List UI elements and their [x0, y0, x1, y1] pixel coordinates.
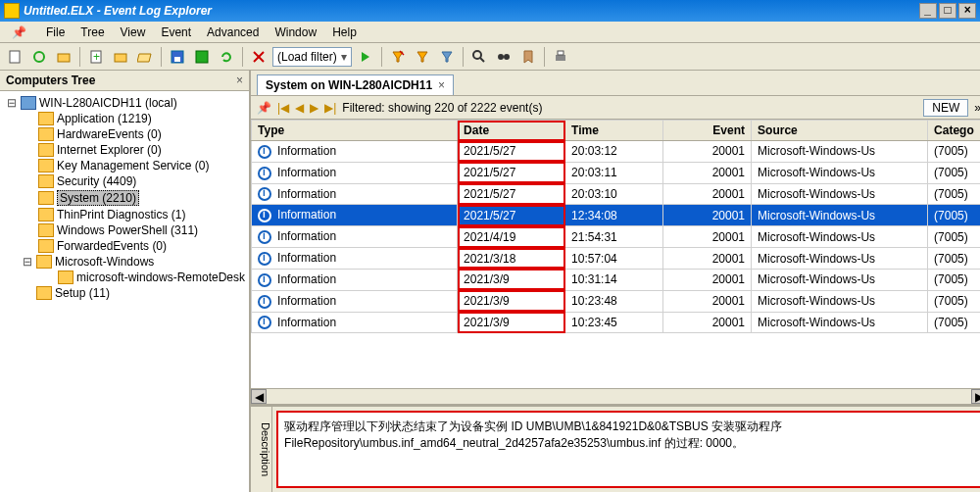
table-row[interactable]: Information2021/5/2720:03:1120001Microso… [252, 162, 980, 183]
tree-body[interactable]: ⊟ WIN-L280AICDH11 (local) Application (1… [0, 91, 249, 492]
horizontal-scrollbar[interactable]: ◀ ▶ [251, 388, 980, 404]
folder-icon [38, 208, 54, 221]
table-header-row: Type Date Time Event Source Catego [252, 121, 980, 141]
menu-event[interactable]: Event [153, 23, 199, 42]
folder-icon[interactable] [110, 46, 131, 68]
tree-label: ForwardedEvents (0) [57, 239, 167, 253]
tree-node[interactable]: Windows PowerShell (311) [2, 222, 247, 238]
cell-event: 20001 [663, 205, 752, 226]
information-icon [258, 252, 271, 266]
col-event[interactable]: Event [663, 121, 752, 141]
menu-help[interactable]: Help [324, 23, 365, 42]
col-date[interactable]: Date [458, 121, 565, 141]
new-doc-icon[interactable] [4, 46, 25, 68]
go-icon[interactable] [355, 46, 376, 68]
funnel-blue-icon[interactable] [436, 46, 458, 68]
bookmark-icon[interactable] [517, 46, 539, 68]
col-category[interactable]: Catego [928, 121, 980, 141]
cell-category: (7005) [928, 248, 980, 270]
save-icon[interactable] [167, 46, 188, 68]
maximize-button[interactable]: □ [939, 3, 956, 19]
col-source[interactable]: Source [752, 121, 928, 141]
new-button[interactable]: NEW [923, 99, 968, 117]
menu-tree[interactable]: Tree [73, 23, 112, 42]
cell-source: Microsoft-Windows-Us [752, 162, 928, 183]
tree-node[interactable]: System (2210) [2, 189, 247, 207]
last-icon[interactable]: ▶| [324, 101, 336, 115]
cell-time: 20:03:12 [565, 141, 663, 163]
tree-label: microsoft-windows-RemoteDesk [76, 271, 245, 284]
col-type[interactable]: Type [252, 121, 458, 141]
chevron-down-icon: ▾ [341, 50, 347, 64]
scroll-left-icon[interactable]: ◀ [251, 389, 267, 404]
tree-node[interactable]: Application (1219) [2, 111, 247, 126]
table-row[interactable]: Information2021/3/1810:57:0420001Microso… [252, 248, 980, 270]
search-icon[interactable] [468, 46, 490, 68]
menu-advanced[interactable]: Advanced [199, 23, 267, 42]
menu-file[interactable]: File [38, 23, 73, 42]
cell-source: Microsoft-Windows-Us [752, 312, 928, 333]
collapse-icon[interactable]: ⊟ [6, 96, 18, 110]
tab-close-icon[interactable]: × [438, 78, 445, 92]
cell-time: 10:23:48 [565, 290, 663, 312]
cell-event: 20001 [663, 226, 752, 248]
pin-icon[interactable]: 📌 [4, 23, 34, 42]
funnel-clear-icon[interactable] [387, 46, 409, 68]
cancel-icon[interactable] [248, 46, 270, 68]
table-row[interactable]: Information2021/3/910:23:4820001Microsof… [252, 290, 980, 312]
open-icon[interactable] [53, 46, 74, 68]
pin-icon[interactable]: 📌 [257, 101, 271, 115]
prev-icon[interactable]: ◀ [295, 101, 304, 115]
menu-window[interactable]: Window [267, 23, 324, 42]
tree-node-child[interactable]: microsoft-windows-RemoteDesk [2, 270, 247, 285]
table-row[interactable]: Information2021/4/1921:54:3120001Microso… [252, 226, 980, 248]
svg-rect-0 [10, 51, 20, 63]
event-grid[interactable]: Type Date Time Event Source Catego Infor… [251, 120, 980, 388]
refresh-green-icon[interactable] [28, 46, 50, 68]
tree-node[interactable]: Key Management Service (0) [2, 158, 247, 173]
table-row[interactable]: Information2021/3/910:31:1420001Microsof… [252, 269, 980, 290]
tree-root[interactable]: ⊟ WIN-L280AICDH11 (local) [2, 95, 247, 111]
first-icon[interactable]: |◀ [277, 101, 289, 115]
close-button[interactable]: × [958, 3, 976, 19]
tree-node[interactable]: ForwardedEvents (0) [2, 238, 247, 254]
add-doc-icon[interactable]: + [85, 46, 107, 68]
table-row[interactable]: Information2021/5/2720:03:1220001Microso… [252, 141, 980, 163]
tree-label: Microsoft-Windows [55, 255, 154, 269]
tree-node-setup[interactable]: Setup (11) [2, 285, 247, 301]
binoculars-icon[interactable] [493, 46, 514, 68]
tree-node[interactable]: Security (4409) [2, 173, 247, 189]
folder-open-icon[interactable] [134, 46, 156, 68]
table-row[interactable]: Information2021/5/2712:34:0820001Microso… [252, 205, 980, 226]
more-icon[interactable]: » [974, 101, 980, 115]
tree-label: Setup (11) [55, 286, 110, 300]
table-row[interactable]: Information2021/3/910:23:4520001Microsof… [252, 312, 980, 333]
scroll-right-icon[interactable]: ▶ [971, 389, 980, 404]
cell-category: (7005) [928, 290, 980, 312]
menu-view[interactable]: View [113, 23, 154, 42]
filter-combo[interactable]: (Load filter) ▾ [272, 47, 352, 67]
table-row[interactable]: Information2021/5/2720:03:1020001Microso… [252, 183, 980, 205]
next-icon[interactable]: ▶ [310, 101, 318, 115]
refresh-icon[interactable] [216, 46, 237, 68]
tree-node[interactable]: ThinPrint Diagnostics (1) [2, 207, 247, 222]
save-green-icon[interactable] [191, 46, 213, 68]
cell-date: 2021/3/9 [458, 312, 565, 333]
tab-system[interactable]: System on WIN-L280AICDH11 × [257, 74, 454, 95]
folder-icon [36, 255, 52, 269]
description-tab[interactable]: Description [251, 407, 272, 492]
cell-source: Microsoft-Windows-Us [752, 290, 928, 312]
cell-source: Microsoft-Windows-Us [752, 226, 928, 248]
tree-close-icon[interactable]: × [236, 74, 243, 87]
tree-node-ms[interactable]: ⊟ Microsoft-Windows [2, 254, 247, 270]
cell-source: Microsoft-Windows-Us [752, 141, 928, 163]
minimize-button[interactable]: _ [919, 3, 937, 19]
tree-node[interactable]: HardwareEvents (0) [2, 126, 247, 142]
funnel-icon[interactable] [412, 46, 433, 68]
cell-date: 2021/3/9 [458, 290, 565, 312]
print-icon[interactable] [550, 46, 571, 68]
grid-toolbar: 📌 |◀ ◀ ▶ ▶| Filtered: showing 220 of 222… [251, 96, 980, 120]
col-time[interactable]: Time [565, 121, 663, 141]
collapse-icon[interactable]: ⊟ [22, 255, 33, 269]
tree-node[interactable]: Internet Explorer (0) [2, 142, 247, 158]
